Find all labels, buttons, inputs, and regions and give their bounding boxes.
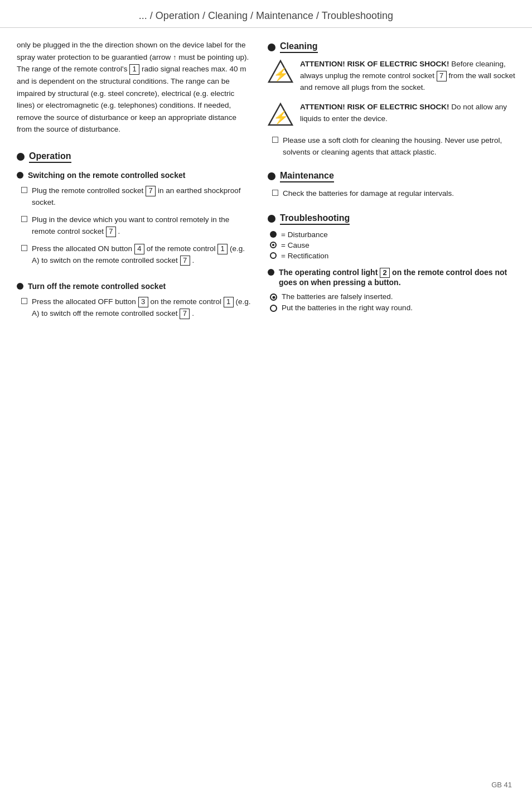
turn-off-box3: 7 (180, 309, 190, 319)
step-3-box3: 7 (180, 256, 190, 266)
trouble-item-1-heading: The operating control light 2 on the rem… (268, 268, 515, 287)
step-2-text: Plug in the device which you want to con… (32, 214, 251, 238)
turn-off-heading-label: Turn off the remote controlled socket (28, 282, 166, 291)
cleaning-warning-1-text: ATTENTION! RISK OF ELECTRIC SHOCK! Befor… (300, 59, 515, 94)
operation-heading-label: Operation (29, 151, 71, 163)
page-number: GB 41 (491, 781, 512, 789)
turn-off-box2: 1 (224, 297, 234, 307)
step-1-box: 7 (146, 186, 156, 196)
legend-disturbance: = Disturbance (268, 230, 515, 239)
cleaning-tip: Please use a soft cloth for cleaning the… (268, 135, 515, 158)
right-column: Cleaning ⚡ ATTENTION! RISK OF ELECTRIC S… (268, 39, 515, 325)
step-2: Plug in the device which you want to con… (17, 214, 251, 238)
trouble-item-1-cause: The batteries are falsely inserted. (268, 292, 515, 301)
maintenance-section-heading: Maintenance (268, 171, 515, 182)
turn-off-bullet (17, 283, 23, 290)
turn-off-step-1: Press the allocated OFF button 3 on the … (17, 296, 251, 320)
legend-cause: = Cause (268, 241, 515, 249)
legend-disturbance-label: = Disturbance (281, 230, 328, 239)
legend-cause-bullet (270, 242, 277, 248)
switching-heading-label: Switching on the remote controlled socke… (28, 171, 185, 180)
step-3-checkbox (21, 245, 27, 251)
ref-box-1: 1 (129, 64, 139, 75)
cleaning-warning-1-title: ATTENTION! RISK OF ELECTRIC SHOCK! (300, 60, 449, 68)
legend-rectification: = Rectification (268, 252, 515, 260)
maintenance-tip-checkbox (272, 190, 278, 196)
step-3-box2: 1 (217, 244, 228, 254)
cleaning-warning-2: ⚡ ATTENTION! RISK OF ELECTRIC SHOCK! Do … (268, 102, 515, 127)
cleaning-box-7: 7 (437, 71, 447, 81)
trouble-item-1-box: 2 (380, 268, 390, 278)
trouble-item-1-heading-text: The operating control light 2 on the rem… (279, 268, 515, 287)
maintenance-heading-label: Maintenance (280, 171, 334, 182)
operation-section-heading: Operation (17, 151, 251, 163)
step-3-box: 4 (134, 244, 144, 254)
trouble-rect-bullet (270, 305, 277, 312)
troubleshooting-section-heading: Troubleshooting (268, 213, 515, 225)
cleaning-tip-checkbox (272, 137, 278, 143)
step-1: Plug the remote controlled socket 7 in a… (17, 185, 251, 209)
trouble-cause-text: The batteries are falsely inserted. (282, 292, 393, 301)
maintenance-bullet (268, 172, 275, 180)
page-footer: GB 41 (491, 781, 512, 789)
trouble-item-1-bullet (268, 269, 274, 276)
turn-off-subheading: Turn off the remote controlled socket (17, 282, 251, 291)
operation-bullet (17, 153, 25, 161)
warning-icon-1: ⚡ (268, 59, 293, 84)
troubleshooting-bullet (268, 215, 275, 223)
legend-cause-label: = Cause (281, 241, 309, 249)
cleaning-warning-2-text: ATTENTION! RISK OF ELECTRIC SHOCK! Do no… (300, 102, 515, 125)
step-2-checkbox (21, 216, 27, 222)
step-1-text: Plug the remote controlled socket 7 in a… (32, 185, 251, 209)
intro-text-4: radio signal reaches max. 40 m and is de… (17, 65, 246, 133)
cleaning-warning-1: ⚡ ATTENTION! RISK OF ELECTRIC SHOCK! Bef… (268, 59, 515, 94)
trouble-rect-text: Put the batteries in the right way round… (282, 304, 413, 312)
svg-text:⚡: ⚡ (273, 110, 289, 125)
warning-icon-2: ⚡ (268, 102, 293, 127)
cleaning-section-heading: Cleaning (268, 41, 515, 53)
cleaning-warning-2-title: ATTENTION! RISK OF ELECTRIC SHOCK! (300, 103, 449, 111)
intro-text: only be plugged in the the direction sho… (17, 39, 251, 136)
troubleshooting-heading-label: Troubleshooting (280, 213, 350, 225)
turn-off-step-checkbox (21, 298, 27, 304)
step-3: Press the allocated ON button 4 of the r… (17, 243, 251, 267)
svg-text:⚡: ⚡ (273, 67, 289, 82)
trouble-item-1-rect: Put the batteries in the right way round… (268, 304, 515, 312)
header-title: ... / Operation / Cleaning / Maintenance… (139, 10, 393, 21)
arrow-icon: ↑ (173, 52, 177, 64)
trouble-cause-bullet (270, 293, 277, 301)
legend-rectification-bullet (270, 252, 277, 259)
turn-off-section: Turn off the remote controlled socket Pr… (17, 282, 251, 320)
left-column: only be plugged in the the direction sho… (17, 39, 251, 325)
step-2-box: 7 (106, 227, 116, 237)
cleaning-heading-label: Cleaning (280, 41, 318, 53)
turn-off-box: 3 (138, 297, 148, 307)
cleaning-tip-text: Please use a soft cloth for cleaning the… (283, 135, 515, 158)
maintenance-tip: Check the batteries for damage at regula… (268, 188, 515, 200)
page-header: ... / Operation / Cleaning / Maintenance… (0, 0, 532, 28)
legend-rectification-label: = Rectification (281, 252, 328, 260)
step-3-text: Press the allocated ON button 4 of the r… (32, 243, 251, 267)
turn-off-step-text: Press the allocated OFF button 3 on the … (32, 296, 251, 320)
switching-subheading: Switching on the remote controlled socke… (17, 171, 251, 180)
intro-text-2: must be pointing up). (178, 53, 249, 61)
switching-bullet (17, 172, 23, 179)
maintenance-tip-text: Check the batteries for damage at regula… (283, 188, 454, 200)
cleaning-bullet (268, 44, 275, 51)
intro-text-3: The range of the remote control's (17, 65, 127, 73)
step-1-checkbox (21, 187, 27, 193)
legend-disturbance-bullet (270, 231, 277, 238)
